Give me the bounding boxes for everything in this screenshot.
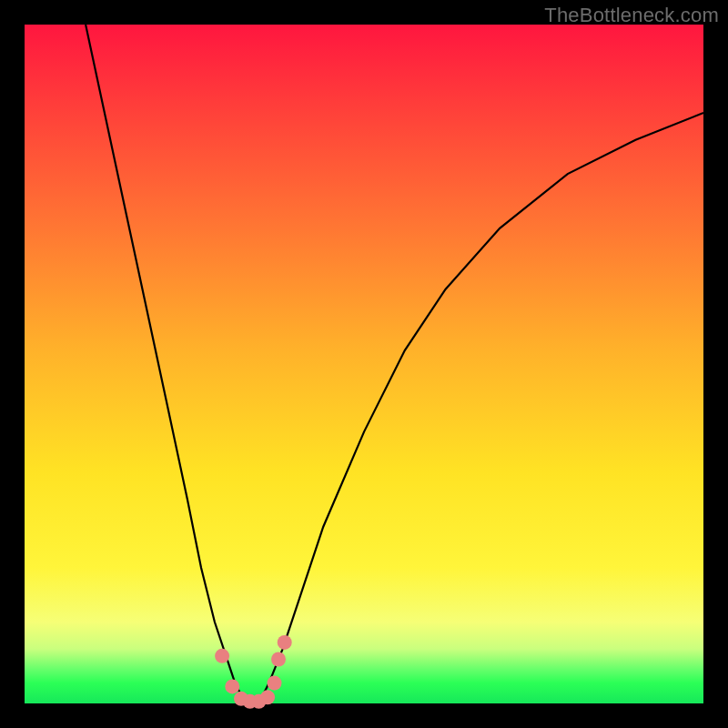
bottleneck-curve <box>86 25 703 703</box>
highlight-dot <box>271 652 286 667</box>
chart-plot-area <box>25 25 703 703</box>
highlight-dot <box>225 679 239 693</box>
highlight-dot <box>260 690 275 704</box>
chart-outer-frame: TheBottleneck.com <box>0 0 728 728</box>
highlight-dot <box>215 649 229 663</box>
highlight-dot <box>268 676 282 691</box>
highlight-dot <box>278 635 292 650</box>
chart-svg <box>25 25 703 703</box>
highlight-dots-group <box>215 635 292 709</box>
